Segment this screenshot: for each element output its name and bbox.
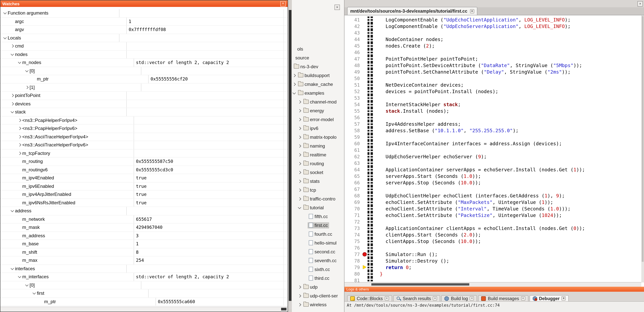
- code-line[interactable]: 57 Ipv4AddressHelper address;: [344, 121, 641, 127]
- marker-margin[interactable]: [362, 173, 368, 179]
- line-number[interactable]: 80: [344, 271, 362, 277]
- watch-row[interactable]: Function arguments: [0, 9, 288, 17]
- logs-tab-build-log[interactable]: Build log: [442, 295, 477, 301]
- tree-item[interactable]: second.cc: [292, 247, 344, 256]
- tree-item[interactable]: seventh.cc: [292, 256, 344, 265]
- marker-margin[interactable]: [362, 101, 368, 108]
- line-number[interactable]: 67: [344, 186, 362, 192]
- line-number[interactable]: 53: [344, 95, 362, 101]
- editor-tab[interactable]: mnt/dev/tools/source/ns-3-dev/examples/t…: [347, 7, 477, 15]
- marker-margin[interactable]: [362, 277, 368, 283]
- line-number[interactable]: 46: [344, 50, 362, 55]
- line-number[interactable]: 66: [344, 180, 362, 185]
- watch-row[interactable]: m_ptr0x5555555ca660: [0, 298, 288, 306]
- code-line[interactable]: 80}: [344, 271, 641, 277]
- chevron-down-icon[interactable]: [17, 275, 22, 279]
- editor-hscrollbar-handle[interactable]: [371, 283, 469, 286]
- marker-margin[interactable]: [362, 258, 368, 264]
- tree-panel-close-icon[interactable]: [334, 4, 340, 10]
- code-line[interactable]: 58 address.SetBase ("10.1.1.0", "255.255…: [344, 127, 641, 134]
- chevron-right-icon[interactable]: [297, 188, 302, 192]
- chevron-right-icon[interactable]: [297, 117, 302, 122]
- logs-titlebar[interactable]: Logs & others: [344, 287, 644, 292]
- watch-row[interactable]: argv0x7fffffffdf08: [0, 26, 288, 34]
- watch-row[interactable]: m_max254: [0, 256, 288, 265]
- code-line[interactable]: 65 serverApps.Start (Seconds (1.0));: [344, 173, 641, 179]
- tree-item[interactable]: realtime: [292, 150, 344, 159]
- code-line[interactable]: 68 UdpEchoClientHelper echoClient (inter…: [344, 192, 641, 199]
- marker-margin[interactable]: [362, 69, 368, 75]
- chevron-right-icon[interactable]: [297, 294, 302, 298]
- marker-margin[interactable]: [362, 192, 368, 199]
- tree-item[interactable]: fourth.cc: [292, 230, 344, 238]
- marker-margin[interactable]: [362, 271, 368, 277]
- chevron-down-icon[interactable]: [10, 209, 15, 213]
- watch-row[interactable]: m_ptr0x55555556cf20: [0, 75, 288, 83]
- chevron-down-icon[interactable]: [24, 283, 30, 288]
- watch-row[interactable]: cmd: [0, 42, 288, 50]
- watch-row[interactable]: first: [0, 289, 288, 298]
- tree-item[interactable]: third.cc: [292, 274, 344, 283]
- watch-row[interactable]: m_mask4294967040: [0, 223, 288, 232]
- code-line[interactable]: 62 UdpEchoServerHelper echoServer (9);: [344, 153, 641, 160]
- marker-margin[interactable]: [362, 88, 368, 95]
- tree-item[interactable]: buildsupport: [292, 71, 344, 80]
- chevron-right-icon[interactable]: [297, 179, 302, 183]
- line-number[interactable]: 56: [344, 115, 362, 120]
- code-line[interactable]: 56: [344, 114, 641, 121]
- tree-vscrollbar[interactable]: [288, 9, 292, 309]
- tree-item[interactable]: sixth.cc: [292, 265, 344, 274]
- logs-tab-debugger[interactable]: Debugger: [529, 295, 569, 301]
- tree-item[interactable]: matrix-topolo: [292, 133, 344, 142]
- tree-item[interactable]: examples: [292, 89, 344, 97]
- marker-margin[interactable]: [362, 42, 368, 49]
- tree-item[interactable]: wireless: [292, 300, 344, 309]
- line-number[interactable]: 78: [344, 258, 362, 264]
- tab-close-icon[interactable]: [521, 296, 525, 301]
- tree-item[interactable]: hello-simul: [292, 238, 344, 247]
- line-number[interactable]: 54: [344, 102, 362, 107]
- code-line[interactable]: 77 Simulator::Run ();: [344, 251, 641, 258]
- chevron-down-icon[interactable]: [10, 110, 15, 114]
- chevron-right-icon[interactable]: [297, 152, 302, 157]
- tree-vscrollbar-handle[interactable]: [289, 10, 292, 301]
- tree-item[interactable]: ipv6: [292, 124, 344, 133]
- chevron-right-icon[interactable]: [297, 99, 302, 104]
- code-line[interactable]: 70 echoClient.SetAttribute ("Interval", …: [344, 205, 641, 212]
- tree-item[interactable]: stats: [292, 177, 344, 185]
- watch-row[interactable]: address: [0, 207, 288, 215]
- chevron-right-icon[interactable]: [297, 170, 302, 174]
- line-number[interactable]: 72: [344, 219, 362, 224]
- chevron-right-icon[interactable]: [17, 143, 22, 147]
- line-number[interactable]: 57: [344, 121, 362, 127]
- code-line[interactable]: 74 clientApps.Start (Seconds (2.0));: [344, 232, 641, 238]
- marker-margin[interactable]: [362, 114, 368, 121]
- line-number[interactable]: 59: [344, 134, 362, 140]
- marker-margin[interactable]: [362, 49, 368, 56]
- watch-row[interactable]: m_ipv4ArpJitterEnabledtrue: [0, 190, 288, 199]
- marker-margin[interactable]: [362, 56, 368, 62]
- line-number[interactable]: 70: [344, 206, 362, 211]
- code-line[interactable]: 51 NetDeviceContainer devices;: [344, 82, 641, 88]
- line-number[interactable]: 79: [344, 265, 362, 270]
- code-line[interactable]: 48 pointToPoint.SetDeviceAttribute ("Dat…: [344, 62, 641, 69]
- tab-close-icon[interactable]: [470, 296, 474, 301]
- chevron-right-icon[interactable]: [297, 302, 302, 307]
- marker-margin[interactable]: [362, 245, 368, 251]
- watches-hscrollbar-handle[interactable]: [281, 308, 286, 311]
- line-number[interactable]: 51: [344, 82, 362, 88]
- line-number[interactable]: 64: [344, 167, 362, 172]
- marker-margin[interactable]: [362, 251, 368, 258]
- logs-tab-code-blocks[interactable]: Code::Blocks: [347, 295, 392, 301]
- line-number[interactable]: 47: [344, 56, 362, 61]
- chevron-right-icon[interactable]: [297, 135, 302, 139]
- line-number[interactable]: 77: [344, 252, 362, 257]
- line-number[interactable]: 45: [344, 43, 362, 48]
- watch-row[interactable]: devices: [0, 100, 288, 108]
- chevron-right-icon[interactable]: [10, 93, 15, 98]
- code-line[interactable]: 64 ApplicationContainer serverApps = ech…: [344, 166, 641, 173]
- marker-margin[interactable]: [362, 186, 368, 192]
- marker-margin[interactable]: [362, 16, 368, 23]
- tab-close-icon[interactable]: [385, 296, 389, 301]
- watch-row[interactable]: stack: [0, 108, 288, 116]
